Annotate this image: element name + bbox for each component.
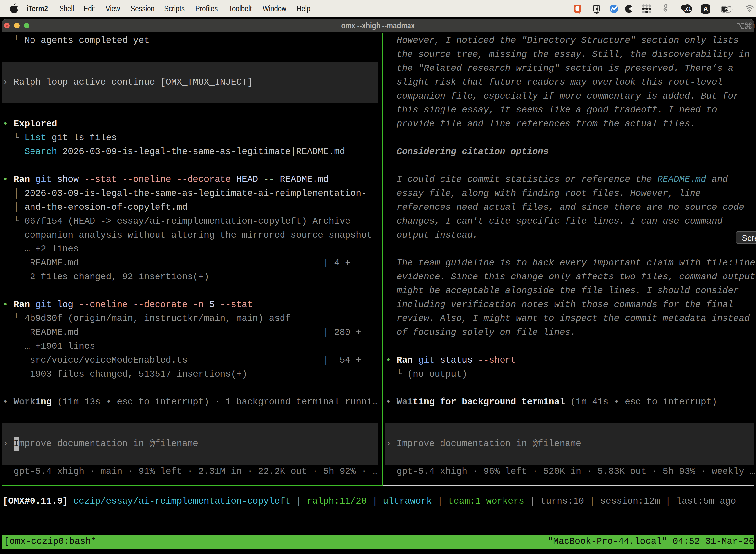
svg-text:..61: ..61 [683, 7, 691, 12]
svg-text:1: 1 [752, 22, 755, 30]
